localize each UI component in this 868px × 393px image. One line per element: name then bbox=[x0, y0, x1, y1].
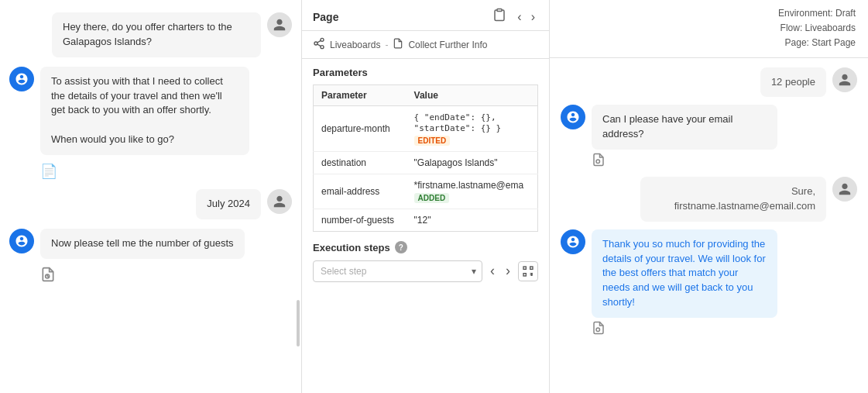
right-panel: Environment: Draft Flow: Liveaboards Pag… bbox=[550, 0, 868, 393]
param-value-2: *firstname.lastname@ema ADDED bbox=[407, 174, 538, 209]
value-col-header: Value bbox=[407, 85, 538, 106]
param-name-2: email-address bbox=[314, 174, 407, 209]
param-col-header: Parameter bbox=[314, 85, 407, 106]
env-label: Environment: Draft bbox=[562, 6, 856, 21]
r-avatar-user-2 bbox=[832, 177, 857, 202]
param-value-1: "Galapagos Islands" bbox=[407, 152, 538, 174]
params-table: Parameter Value departure-month { "endDa… bbox=[313, 84, 538, 232]
page-title: Page bbox=[313, 11, 338, 23]
r-chat-row-user-1: 12 people bbox=[561, 67, 857, 98]
svg-point-15 bbox=[596, 160, 600, 164]
table-row: destination "Galapagos Islands" bbox=[314, 152, 538, 174]
chat-row-bot-2: Now please tell me the number of guests bbox=[9, 229, 292, 286]
svg-rect-10 bbox=[530, 267, 533, 269]
svg-line-2 bbox=[47, 276, 49, 277]
file-clock-icon-1: 📄 bbox=[40, 163, 57, 180]
r-avatar-bot-1 bbox=[561, 105, 585, 129]
bubble-bot-1: To assist you with that I need to collec… bbox=[40, 67, 249, 155]
doc-icon bbox=[393, 38, 403, 51]
middle-panel: Page ‹ › Liveaboards - Collect Further I… bbox=[302, 0, 550, 393]
chat-row-user-1: Hey there, do you offer charters to the … bbox=[9, 12, 292, 57]
next-page-button[interactable]: › bbox=[528, 8, 538, 26]
r-chat-row-bot-2: Thank you so much for providing the deta… bbox=[561, 229, 857, 337]
bubble-bot-2: Now please tell me the number of guests bbox=[40, 229, 245, 259]
file-icon-row-1: 📄 bbox=[40, 163, 249, 180]
bubble-user-1: Hey there, do you offer charters to the … bbox=[52, 12, 261, 57]
page-nav: ‹ › bbox=[492, 8, 538, 26]
param-name-3: number-of-guests bbox=[314, 209, 407, 232]
r-file-icon-2 bbox=[592, 321, 777, 337]
r-avatar-bot-2 bbox=[561, 229, 585, 254]
bubble-user-2: July 2024 bbox=[196, 189, 261, 219]
breadcrumb-separator: - bbox=[385, 40, 388, 50]
r-bubble-bot-2-blue: Thank you so much for providing the deta… bbox=[592, 229, 777, 318]
param-name-0: departure-month bbox=[314, 106, 407, 152]
r-bubble-user-1: 12 people bbox=[760, 67, 826, 98]
r-file-icon-1 bbox=[592, 153, 777, 169]
table-row: email-address *firstname.lastname@ema AD… bbox=[314, 174, 538, 209]
chat-row-bot-1: To assist you with that I need to collec… bbox=[9, 67, 292, 180]
params-title: Parameters bbox=[313, 67, 538, 78]
table-row: departure-month { "endDate": {},"startDa… bbox=[314, 106, 538, 152]
param-value-0: { "endDate": {},"startDate": {} } EDITED bbox=[407, 106, 538, 152]
svg-point-5 bbox=[314, 42, 317, 45]
exec-section: Execution steps ? ▾ Select step ‹ › bbox=[302, 232, 549, 288]
avatar-user-1 bbox=[267, 12, 292, 37]
svg-rect-9 bbox=[523, 267, 526, 269]
svg-line-7 bbox=[317, 44, 321, 47]
flow-label: Flow: Liveaboards bbox=[562, 21, 856, 36]
next-step-button[interactable]: › bbox=[503, 260, 513, 282]
svg-point-16 bbox=[596, 328, 600, 332]
param-name-1: destination bbox=[314, 152, 407, 174]
file-icon-row-2 bbox=[40, 267, 245, 286]
step-select[interactable] bbox=[313, 260, 482, 282]
r-bubble-bot-1: Can I please have your email address? bbox=[592, 105, 777, 150]
params-section: Parameters Parameter Value departure-mon… bbox=[302, 59, 549, 232]
chat-row-user-2: July 2024 bbox=[9, 189, 292, 219]
avatar-bot-2 bbox=[9, 229, 34, 253]
help-icon[interactable]: ? bbox=[395, 241, 407, 253]
svg-point-6 bbox=[321, 46, 324, 49]
svg-line-8 bbox=[317, 40, 321, 43]
left-chat-panel: Hey there, do you offer charters to the … bbox=[0, 0, 302, 393]
svg-rect-3 bbox=[497, 9, 502, 12]
badge-added-2: ADDED bbox=[414, 193, 450, 203]
file-clock-icon-2 bbox=[40, 267, 56, 286]
page-label: Page: Start Page bbox=[562, 36, 856, 50]
breadcrumb: Liveaboards - Collect Further Info bbox=[302, 31, 549, 59]
exec-title: Execution steps ? bbox=[313, 241, 538, 253]
step-select-row: ▾ Select step ‹ › bbox=[313, 260, 538, 282]
page-header: Page ‹ › bbox=[302, 0, 549, 31]
clipboard-icon bbox=[492, 8, 506, 26]
prev-page-button[interactable]: ‹ bbox=[514, 8, 524, 26]
left-chat-area: Hey there, do you offer charters to the … bbox=[0, 0, 301, 393]
prev-step-button[interactable]: ‹ bbox=[487, 260, 498, 282]
svg-point-4 bbox=[321, 38, 324, 41]
right-chat-area: 12 people Can I please have your email a… bbox=[550, 58, 868, 393]
param-value-3: "12" bbox=[407, 209, 538, 232]
badge-edited-0: EDITED bbox=[414, 136, 451, 146]
env-header: Environment: Draft Flow: Liveaboards Pag… bbox=[550, 0, 868, 58]
r-avatar-user-1 bbox=[832, 67, 857, 92]
svg-rect-11 bbox=[523, 273, 526, 275]
r-chat-row-bot-1: Can I please have your email address? bbox=[561, 105, 857, 169]
step-select-wrapper: ▾ Select step bbox=[313, 260, 482, 282]
scan-button[interactable] bbox=[518, 261, 538, 281]
r-bubble-user-2: Sure, firstname.lastname@email.com bbox=[640, 177, 826, 222]
r-chat-row-user-2: Sure, firstname.lastname@email.com bbox=[561, 177, 857, 222]
table-row: number-of-guests "12" bbox=[314, 209, 538, 232]
flow-icon bbox=[313, 37, 325, 52]
breadcrumb-page: Collect Further Info bbox=[408, 40, 487, 50]
avatar-user-2 bbox=[267, 189, 292, 214]
avatar-bot-1 bbox=[9, 67, 34, 91]
breadcrumb-flow: Liveaboards bbox=[330, 40, 380, 50]
